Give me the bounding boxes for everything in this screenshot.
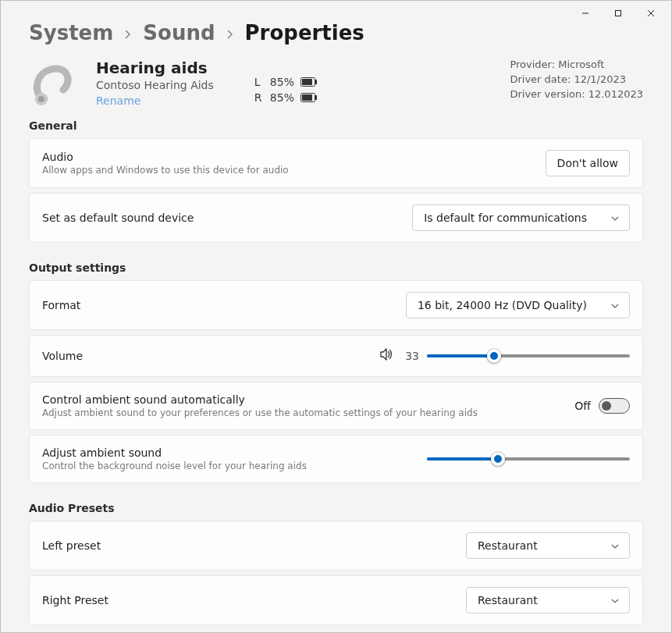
hearing-aid-icon <box>29 59 79 108</box>
chevron-down-icon <box>610 212 620 224</box>
right-preset-title: Right Preset <box>42 594 108 606</box>
minimize-button[interactable] <box>570 2 601 24</box>
ambient-auto-title: Control ambient sound automatically <box>42 393 478 406</box>
svg-rect-8 <box>302 79 312 85</box>
chevron-down-icon <box>610 299 620 311</box>
battery-right-pct: 85% <box>270 91 294 104</box>
device-info: Hearing aids Contoso Hearing Aids Rename <box>96 59 214 107</box>
breadcrumb-sound[interactable]: Sound <box>143 21 215 44</box>
section-general: General <box>29 119 643 132</box>
maximize-button[interactable] <box>603 2 634 24</box>
minimize-icon <box>581 9 589 17</box>
close-icon <box>647 9 655 17</box>
breadcrumb-current: Properties <box>245 21 364 44</box>
battery-left-pct: 85% <box>270 76 294 88</box>
format-value: 16 bit, 24000 Hz (DVD Quality) <box>418 299 587 311</box>
battery-left: L 85% <box>254 76 318 88</box>
toggle-knob <box>602 401 611 411</box>
driver-info: Provider: Microsoft Driver date: 12/1/20… <box>510 59 643 100</box>
maximize-icon <box>614 9 622 17</box>
card-volume: Volume 33 <box>29 335 643 377</box>
ambient-auto-toggle[interactable] <box>599 398 630 414</box>
card-default-device: Set as default sound device Is default f… <box>29 193 643 243</box>
default-title: Set as default sound device <box>42 212 194 224</box>
card-format: Format 16 bit, 24000 Hz (DVD Quality) <box>29 280 643 330</box>
chevron-right-icon <box>124 21 132 44</box>
chevron-down-icon <box>610 539 620 552</box>
card-ambient-adjust: Adjust ambient sound Control the backgro… <box>29 435 643 483</box>
left-preset-title: Left preset <box>42 539 101 552</box>
default-device-value: Is default for communications <box>424 212 587 224</box>
driver-date: Driver date: 12/1/2023 <box>510 73 643 85</box>
audio-desc: Allow apps and Windows to use this devic… <box>42 165 289 176</box>
svg-rect-10 <box>315 95 317 100</box>
section-output: Output settings <box>29 261 643 274</box>
card-left-preset: Left preset Restaurant <box>29 521 643 571</box>
ambient-adjust-desc: Control the background noise level for y… <box>42 461 307 471</box>
ambient-auto-state: Off <box>574 400 591 412</box>
right-preset-select[interactable]: Restaurant <box>466 587 630 613</box>
battery-right-label: R <box>254 91 264 104</box>
dont-allow-button[interactable]: Don't allow <box>546 150 630 176</box>
settings-window: System Sound Properties Hearing aids Con… <box>0 0 672 633</box>
format-select[interactable]: 16 bit, 24000 Hz (DVD Quality) <box>406 292 630 318</box>
driver-version: Driver version: 12.012023 <box>510 88 643 100</box>
chevron-right-icon <box>226 21 234 44</box>
battery-right: R 85% <box>254 91 318 104</box>
volume-slider[interactable] <box>427 348 630 364</box>
svg-rect-7 <box>315 80 317 84</box>
svg-point-5 <box>38 96 44 102</box>
breadcrumb-system[interactable]: System <box>29 21 113 44</box>
rename-link[interactable]: Rename <box>96 94 214 107</box>
device-title: Hearing aids <box>96 59 214 77</box>
device-header: Hearing aids Contoso Hearing Aids Rename… <box>29 59 643 108</box>
battery-status: L 85% R 85% <box>254 76 318 104</box>
card-audio: Audio Allow apps and Windows to use this… <box>29 138 643 188</box>
ambient-slider[interactable] <box>427 451 630 467</box>
default-device-select[interactable]: Is default for communications <box>412 204 630 231</box>
svg-rect-1 <box>616 11 621 16</box>
breadcrumb: System Sound Properties <box>29 21 643 44</box>
section-presets: Audio Presets <box>29 502 643 514</box>
volume-title: Volume <box>42 350 83 362</box>
svg-rect-11 <box>302 94 312 101</box>
audio-title: Audio <box>42 151 289 163</box>
right-preset-value: Restaurant <box>478 594 538 606</box>
ambient-auto-desc: Adjust ambient sound to your preferences… <box>42 407 478 418</box>
driver-provider: Provider: Microsoft <box>510 59 643 70</box>
battery-icon <box>300 93 318 102</box>
card-ambient-auto: Control ambient sound automatically Adju… <box>29 382 643 430</box>
ambient-adjust-title: Adjust ambient sound <box>42 446 307 459</box>
battery-left-label: L <box>254 76 264 88</box>
page-content: System Sound Properties Hearing aids Con… <box>1 21 671 633</box>
chevron-down-icon <box>610 594 620 606</box>
left-preset-value: Restaurant <box>478 539 538 552</box>
speaker-icon[interactable] <box>379 347 394 365</box>
left-preset-select[interactable]: Restaurant <box>466 532 630 559</box>
close-button[interactable] <box>635 2 667 24</box>
battery-icon <box>300 77 318 87</box>
device-subtitle: Contoso Hearing Aids <box>96 79 214 91</box>
card-right-preset: Right Preset Restaurant <box>29 575 643 625</box>
format-title: Format <box>42 299 80 311</box>
volume-value: 33 <box>402 350 419 362</box>
